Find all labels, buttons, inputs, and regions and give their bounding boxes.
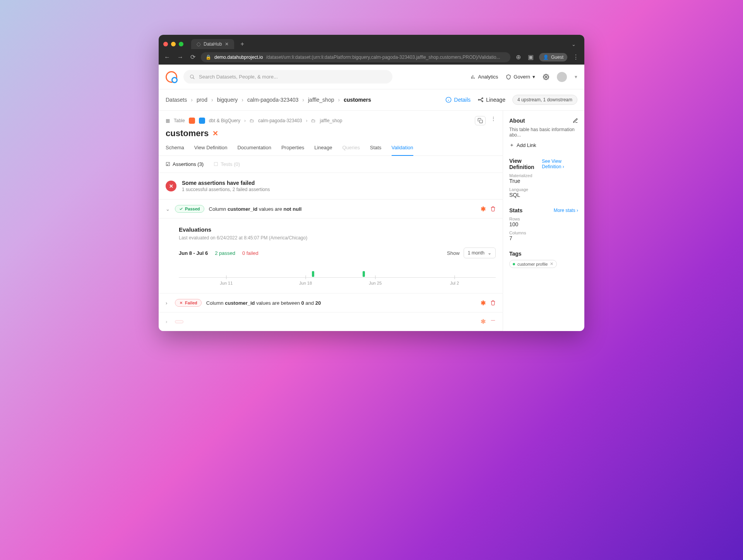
chevron-down-icon[interactable]: ⌄ — [572, 41, 580, 47]
chart-bar — [363, 271, 365, 277]
chevron-down-icon: ▾ — [532, 74, 535, 80]
svg-rect-12 — [479, 120, 483, 123]
expand-chevron-icon[interactable]: › — [166, 319, 170, 324]
back-button[interactable]: ← — [163, 52, 172, 62]
status-badge: Failed — [175, 299, 202, 307]
details-link[interactable]: Details — [445, 97, 471, 103]
table-icon: ▦ — [166, 118, 170, 123]
tags-title: Tags — [509, 251, 522, 257]
guest-label: Guest — [551, 55, 563, 60]
platform-label: dbt & BigQuery — [209, 118, 240, 123]
breadcrumb-item[interactable]: calm-pagoda-323403 — [247, 97, 298, 103]
folder-icon: 🗀 — [250, 118, 254, 123]
zoom-icon[interactable]: ⊕ — [514, 52, 522, 62]
details-label: Details — [454, 97, 471, 103]
alert-title: Some assertions have failed — [182, 180, 270, 186]
more-actions-button[interactable]: ⋮ — [491, 116, 496, 125]
delete-button[interactable] — [490, 206, 496, 212]
analytics-link[interactable]: Analytics — [470, 74, 498, 80]
settings-button[interactable] — [543, 74, 549, 80]
assertion-row[interactable]: ⌄ Passed Column customer_id values are n… — [159, 200, 503, 219]
language-value: SQL — [509, 192, 578, 198]
expand-chevron-icon[interactable]: › — [166, 300, 170, 306]
delete-button[interactable] — [490, 319, 496, 324]
remove-tag-icon[interactable]: ✕ — [550, 261, 553, 266]
dbt-icon — [189, 118, 195, 124]
tag-label: customer profile — [517, 262, 548, 266]
kebab-menu-icon[interactable]: ⋮ — [571, 52, 580, 62]
lineage-summary-pill[interactable]: 4 upstream, 1 downstream — [512, 95, 577, 105]
panel-icon[interactable]: ▣ — [526, 52, 535, 62]
browser-chrome: ◌ DataHub ✕ + ⌄ ← → ⟳ 🔒 demo.datahubproj… — [159, 35, 584, 65]
range-select[interactable]: 1 month ⌄ — [464, 248, 496, 258]
chevron-down-icon[interactable]: ▾ — [575, 74, 577, 80]
browser-tab[interactable]: ◌ DataHub ✕ — [191, 39, 234, 49]
axis-tick: Jul 2 — [450, 275, 459, 285]
breadcrumb-item[interactable]: prod — [197, 97, 207, 103]
new-tab-button[interactable]: + — [237, 41, 247, 48]
tab-documentation[interactable]: Documentation — [237, 145, 271, 155]
window-controls — [163, 42, 183, 46]
forward-button[interactable]: → — [176, 52, 185, 62]
delete-button[interactable] — [490, 300, 496, 306]
window-close-button[interactable] — [163, 42, 168, 46]
tab-validation[interactable]: Validation — [392, 145, 413, 156]
dbt-close-icon[interactable]: ✕ — [212, 129, 218, 138]
columns-value: 7 — [509, 235, 578, 241]
page-title: customers — [166, 128, 209, 138]
reload-button[interactable]: ⟳ — [189, 52, 197, 62]
browser-window: ◌ DataHub ✕ + ⌄ ← → ⟳ 🔒 demo.datahubproj… — [159, 35, 584, 331]
svg-point-5 — [545, 76, 547, 78]
breadcrumb-root[interactable]: Datasets — [166, 97, 187, 103]
datahub-logo[interactable] — [166, 71, 177, 83]
lineage-label: Lineage — [486, 97, 505, 103]
assertion-row[interactable]: › ✱ — [159, 312, 503, 331]
assertion-description: Column customer_id values are not null — [209, 206, 302, 212]
stats-link[interactable]: More stats › — [554, 208, 578, 213]
collapse-chevron-icon[interactable]: ⌄ — [166, 206, 170, 212]
axis-tick: Jun 18 — [299, 275, 312, 285]
search-input[interactable]: Search Datasets, People, & more... — [183, 70, 392, 84]
entity-type: Table — [174, 118, 185, 123]
subtab-assertions[interactable]: ☑ Assertions (3) — [166, 161, 204, 167]
viewdef-link[interactable]: See View Definition › — [542, 159, 578, 169]
entity-crumb[interactable]: calm-pagoda-323403 — [258, 118, 302, 123]
avatar[interactable] — [557, 72, 567, 82]
error-icon: ✕ — [166, 181, 176, 191]
url-path: /dataset/urn:li:dataset:(urn:li:dataPlat… — [266, 55, 500, 60]
breadcrumb-item[interactable]: jaffle_shop — [308, 97, 334, 103]
breadcrumb-current: customers — [344, 97, 371, 103]
address-bar[interactable]: 🔒 demo.datahubproject.io/dataset/urn:li:… — [201, 52, 510, 62]
sidebar: About This table has basic information a… — [503, 111, 584, 331]
gear-icon — [543, 74, 549, 80]
tab-stats[interactable]: Stats — [370, 145, 382, 155]
rows-label: Rows — [509, 217, 578, 221]
assertion-row[interactable]: › Failed Column customer_id values are b… — [159, 294, 503, 312]
tab-schema[interactable]: Schema — [166, 145, 184, 155]
entity-header: ▦ Table dbt & BigQuery › 🗀 calm-pagoda-3… — [159, 111, 503, 138]
window-maximize-button[interactable] — [179, 42, 183, 46]
window-minimize-button[interactable] — [171, 42, 176, 46]
bar-chart-icon — [470, 74, 476, 80]
copy-button[interactable] — [475, 116, 486, 125]
tab-close-button[interactable]: ✕ — [225, 41, 229, 47]
lineage-icon — [478, 97, 484, 103]
chevron-down-icon: ⌄ — [488, 250, 491, 256]
app-header: Search Datasets, People, & more... Analy… — [159, 65, 584, 89]
lineage-link[interactable]: Lineage — [478, 97, 505, 103]
tag-chip[interactable]: customer profile ✕ — [509, 260, 557, 268]
dbt-icon: ✱ — [481, 318, 486, 325]
govern-dropdown[interactable]: Govern ▾ — [506, 74, 535, 80]
tab-lineage[interactable]: Lineage — [314, 145, 332, 155]
add-link-button[interactable]: ＋ Add Link — [509, 142, 578, 149]
tab-view-definition[interactable]: View Definition — [194, 145, 228, 155]
edit-icon[interactable] — [573, 118, 578, 123]
dbt-icon: ✱ — [481, 205, 486, 213]
bigquery-icon — [199, 118, 205, 124]
tab-properties[interactable]: Properties — [281, 145, 304, 155]
columns-label: Columns — [509, 230, 578, 235]
entity-crumb[interactable]: jaffle_shop — [320, 118, 342, 123]
passed-count: 2 passed — [215, 250, 235, 256]
profile-badge[interactable]: 👤 Guest — [539, 53, 567, 61]
breadcrumb-item[interactable]: bigquery — [217, 97, 238, 103]
